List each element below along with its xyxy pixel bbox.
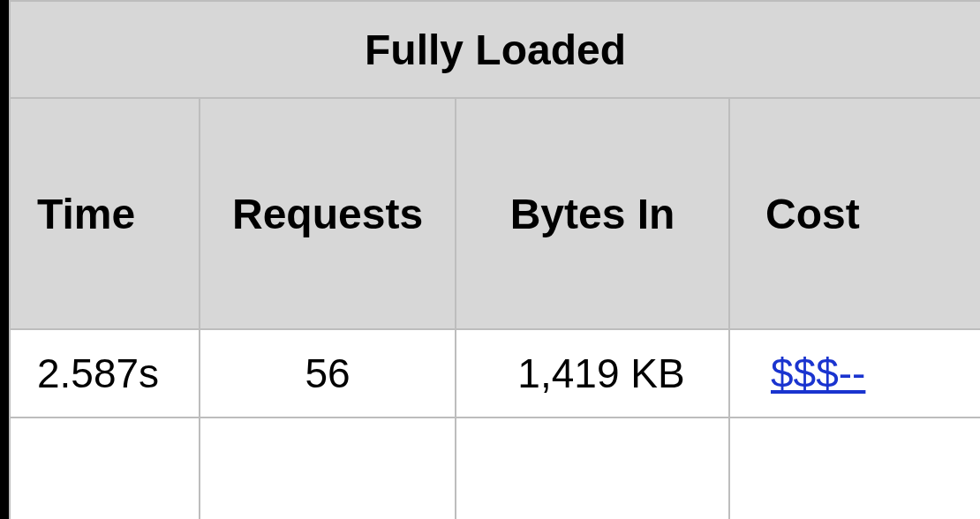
col-header-cost: Cost [729, 98, 980, 329]
cell-requests: 56 [200, 329, 456, 417]
cost-link[interactable]: $$$-- [771, 350, 865, 396]
table-row: 2.587s 56 1,419 KB $$$-- [10, 329, 980, 417]
table-title: Fully Loaded [10, 1, 980, 98]
cell-empty [456, 417, 729, 519]
col-header-requests: Requests [200, 98, 456, 329]
cell-empty [729, 417, 980, 519]
table-row [10, 417, 980, 519]
cell-bytes-in: 1,419 KB [456, 329, 729, 417]
cell-time: 2.587s [10, 329, 200, 417]
cell-empty [200, 417, 456, 519]
col-header-bytes-in: Bytes In [456, 98, 729, 329]
cell-empty [10, 417, 200, 519]
performance-table: Fully Loaded Time Requests Bytes In Cost… [9, 0, 980, 519]
col-header-time: Time [10, 98, 200, 329]
cell-cost: $$$-- [729, 329, 980, 417]
performance-table-wrap: Fully Loaded Time Requests Bytes In Cost… [0, 0, 980, 519]
